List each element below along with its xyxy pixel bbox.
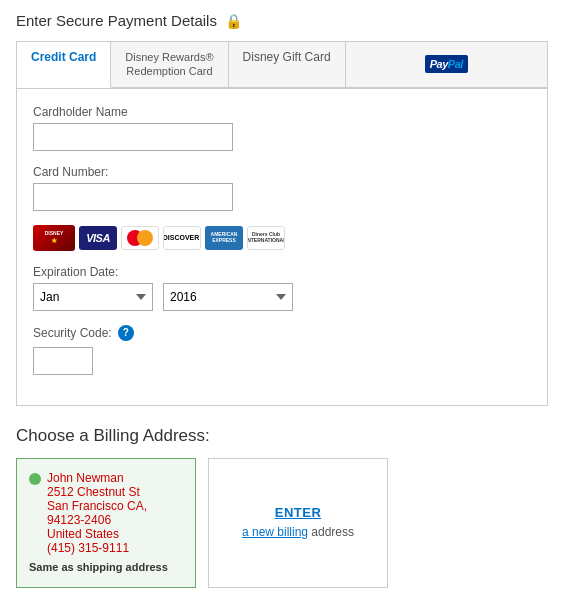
disney-card-icon: DISNEY★ (33, 225, 75, 251)
card-number-label: Card Number: (33, 165, 531, 179)
address-name: John Newman (47, 471, 147, 485)
address-line3: 94123-2406 (47, 513, 147, 527)
tab-disney-gift[interactable]: Disney Gift Card (229, 42, 346, 88)
radio-selected-icon (29, 473, 41, 485)
enter-sub-text: a new billing (242, 525, 308, 539)
help-icon[interactable]: ? (118, 325, 134, 341)
address-phone: (415) 315-9111 (47, 541, 147, 555)
billing-cards: John Newman 2512 Chestnut St San Francis… (16, 458, 548, 588)
enter-sub-text2: address (311, 525, 354, 539)
billing-section: Choose a Billing Address: John Newman 25… (16, 426, 548, 588)
cardholder-name-group: Cardholder Name (33, 105, 531, 151)
cardholder-name-label: Cardholder Name (33, 105, 531, 119)
address-country: United States (47, 527, 147, 541)
diners-card-icon: Diners ClubINTERNATIONAL (247, 226, 285, 250)
card-number-group: Card Number: (33, 165, 531, 211)
address-line1: 2512 Chestnut St (47, 485, 147, 499)
discover-card-icon: DISCOVER (163, 226, 201, 250)
page-header: Enter Secure Payment Details 🔒 (16, 12, 548, 29)
card-icons-row: DISNEY★ VISA DISCOVER AMERICANEXPRESS Di… (33, 225, 531, 251)
security-code-input[interactable] (33, 347, 93, 375)
lock-icon: 🔒 (225, 13, 242, 29)
expiry-year-select[interactable]: 2016 2017 2018 2019 2020 2021 2022 2023 … (163, 283, 293, 311)
payment-form: Cardholder Name Card Number: DISNEY★ VIS… (16, 88, 548, 406)
tab-credit-card[interactable]: Credit Card (17, 42, 111, 88)
payment-tabs: Credit Card Disney Rewards®Redemption Ca… (16, 41, 548, 88)
security-code-label: Security Code: (33, 326, 112, 340)
expiry-row: Jan Feb Mar Apr May Jun Jul Aug Sep Oct … (33, 283, 531, 311)
paypal-logo: PayPal (425, 55, 468, 73)
cardholder-name-input[interactable] (33, 123, 233, 151)
billing-saved-address-card[interactable]: John Newman 2512 Chestnut St San Francis… (16, 458, 196, 588)
security-code-group: Security Code: ? (33, 325, 531, 375)
expiry-month-select[interactable]: Jan Feb Mar Apr May Jun Jul Aug Sep Oct … (33, 283, 153, 311)
expiry-label: Expiration Date: (33, 265, 531, 279)
mastercard-icon (121, 226, 159, 250)
enter-new-address-link[interactable]: ENTER (275, 505, 322, 520)
expiry-group: Expiration Date: Jan Feb Mar Apr May Jun… (33, 265, 531, 311)
security-label-row: Security Code: ? (33, 325, 531, 341)
amex-card-icon: AMERICANEXPRESS (205, 226, 243, 250)
tab-paypal[interactable]: PayPal (346, 42, 547, 88)
enter-new-address-sub: a new billing address (242, 524, 354, 541)
billing-new-address-card[interactable]: ENTER a new billing address (208, 458, 388, 588)
visa-card-icon: VISA (79, 226, 117, 250)
tab-disney-rewards[interactable]: Disney Rewards®Redemption Card (111, 42, 228, 88)
address-line2: San Francisco CA, (47, 499, 147, 513)
address-row: John Newman 2512 Chestnut St San Francis… (29, 471, 183, 555)
page-title: Enter Secure Payment Details (16, 12, 217, 29)
billing-title: Choose a Billing Address: (16, 426, 548, 446)
same-as-shipping-label: Same as shipping address (29, 561, 183, 573)
card-number-input[interactable] (33, 183, 233, 211)
